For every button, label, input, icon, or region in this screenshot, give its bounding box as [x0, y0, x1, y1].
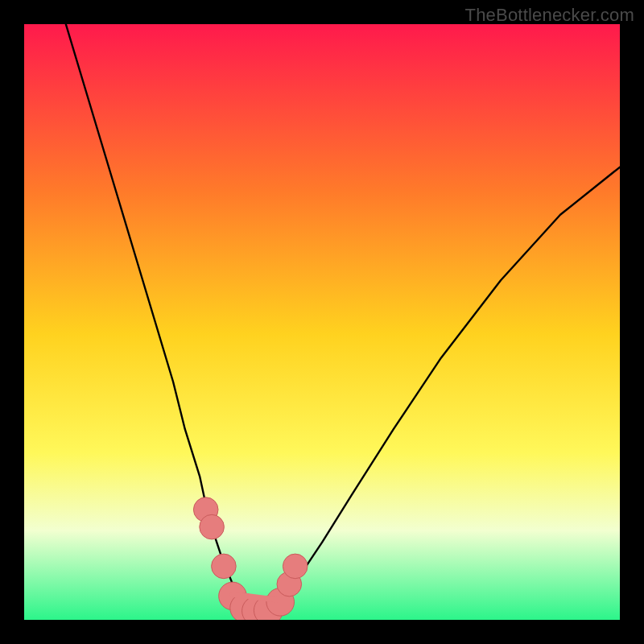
plot-area — [24, 24, 620, 620]
curve-markers — [193, 497, 308, 620]
bottleneck-curve — [66, 24, 620, 611]
curve-marker — [283, 554, 308, 579]
curve-layer — [24, 24, 620, 620]
curve-marker — [200, 514, 225, 539]
chart-frame: TheBottlenecker.com — [0, 0, 644, 644]
watermark-text: TheBottlenecker.com — [465, 5, 634, 26]
curve-marker — [212, 554, 237, 579]
